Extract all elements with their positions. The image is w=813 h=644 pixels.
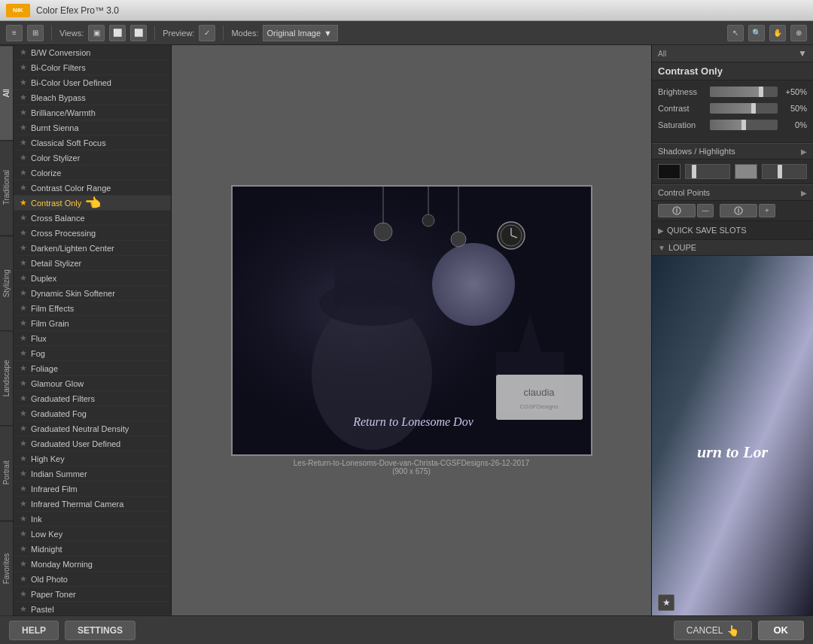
contrast-thumb[interactable] [751,103,756,114]
filter-item-23[interactable]: ★Graduated Filters [14,391,171,406]
cp-minus-btn[interactable]: — [697,204,714,217]
svg-point-10 [451,232,466,247]
view-split-h[interactable]: ⬜ [109,25,126,41]
cp-add-btn-2[interactable] [720,204,757,217]
filter-item-12[interactable]: ★Cross Processing [14,226,171,241]
filter-name-9: Contrast Color Range [31,184,111,193]
filter-name-25: Graduated Neutral Density [31,424,129,433]
filter-item-9[interactable]: ★Contrast Color Range [14,181,171,196]
settings-button[interactable]: SETTINGS [65,621,136,640]
cp-plus-btn[interactable]: + [759,204,775,217]
help-button[interactable]: HELP [9,621,59,640]
preview-area: Return to Lonesome Dov claudia CGSFDesig… [172,45,651,615]
filter-item-17[interactable]: ★Film Effects [14,301,171,316]
ok-button[interactable]: OK [758,621,805,640]
tool-zoom[interactable]: 🔍 [748,25,765,41]
filter-item-21[interactable]: ★Foliage [14,361,171,376]
loupe-settings-btn[interactable]: ★ [658,594,674,611]
modes-dropdown[interactable]: Original Image ▼ [263,25,338,41]
filter-item-19[interactable]: ★Flux [14,331,171,346]
loupe-arrow[interactable]: ▼ [658,244,665,252]
cp-add-btn[interactable] [658,204,696,217]
filter-item-29[interactable]: ★Infrared Film [14,481,171,497]
filter-item-3[interactable]: ★Bleach Bypass [14,90,171,105]
filter-item-13[interactable]: ★Darken/Lighten Center [14,241,171,256]
filter-item-32[interactable]: ★Low Key [14,527,171,542]
filter-item-0[interactable]: ★B/W Conversion [14,45,171,60]
cancel-button[interactable]: CANCEL 👆 [674,621,752,640]
vtab-stylizing[interactable]: Stylizing [0,235,13,330]
filter-star-14: ★ [20,258,27,268]
filter-item-31[interactable]: ★Ink [14,512,171,527]
filter-star-9: ★ [20,183,27,193]
preview-image[interactable]: Return to Lonesome Dov claudia CGSFDesig… [231,185,592,456]
panel-collapse-arrow[interactable]: ▼ [798,48,807,59]
modes-arrow: ▼ [324,29,332,38]
filter-item-26[interactable]: ★Graduated User Defined [14,436,171,451]
category-label: All [658,50,666,58]
vtab-traditional[interactable]: Traditional [0,140,13,235]
saturation-thumb[interactable] [741,120,746,130]
filter-item-1[interactable]: ★Bi-Color Filters [14,60,171,75]
filter-item-20[interactable]: ★Fog [14,346,171,361]
shadow-slider[interactable] [685,164,730,179]
highlight-thumb[interactable] [778,165,782,178]
filter-item-24[interactable]: ★Graduated Fog [14,406,171,421]
toolbar-btn-2[interactable]: ⊞ [27,25,44,41]
filter-item-33[interactable]: ★Midnight [14,542,171,557]
shadows-header[interactable]: Shadows / Highlights ▶ [652,143,813,159]
filter-star-6: ★ [20,138,27,147]
filter-star-3: ★ [20,93,27,102]
filter-item-11[interactable]: ★Cross Balance [14,211,171,226]
filter-item-14[interactable]: ★Detail Stylizer [14,256,171,271]
filter-name-34: Monday Morning [31,560,93,569]
quick-save-section[interactable]: ▶ QUICK SAVE SLOTS [652,221,813,240]
shadows-arrow[interactable]: ▶ [801,147,807,156]
filter-item-18[interactable]: ★Film Grain [14,316,171,331]
filter-item-28[interactable]: ★Indian Summer [14,466,171,481]
contrast-slider[interactable] [710,103,778,114]
filter-name-28: Indian Summer [31,469,87,478]
brightness-thumb[interactable] [759,87,763,97]
filter-item-16[interactable]: ★Dynamic Skin Softener [14,286,171,301]
filter-item-35[interactable]: ★Old Photo [14,572,171,587]
tool-pointer[interactable]: ↖ [727,25,744,41]
cp-add-icon-2 [733,205,744,216]
view-single[interactable]: ▣ [88,25,105,41]
bottom-bar: HELP SETTINGS CANCEL 👆 OK [0,615,813,644]
filter-item-7[interactable]: ★Color Stylizer [14,150,171,166]
filter-item-27[interactable]: ★High Key [14,451,171,466]
controlpoints-arrow[interactable]: ▶ [801,189,807,197]
highlight-slider[interactable] [762,164,807,179]
vtab-portrait[interactable]: Portrait [0,425,13,520]
vtab-all[interactable]: All [0,45,13,140]
filter-item-8[interactable]: ★Colorize [14,166,171,181]
view-split-v[interactable]: ⬜ [130,25,147,41]
filter-item-25[interactable]: ★Graduated Neutral Density [14,421,171,436]
toolbar-btn-1[interactable]: ≡ [6,25,23,41]
filter-item-2[interactable]: ★Bi-Color User Defined [14,75,171,90]
filter-item-5[interactable]: ★Burnt Sienna [14,120,171,135]
filter-name-36: Paper Toner [31,590,76,599]
filter-item-22[interactable]: ★Glamour Glow [14,376,171,391]
filter-item-36[interactable]: ★Paper Toner [14,587,171,602]
vtab-landscape[interactable]: Landscape [0,330,13,425]
filter-star-32: ★ [20,529,27,539]
shadow-thumb[interactable] [692,165,696,178]
saturation-slider[interactable] [710,120,778,130]
vtab-favorites[interactable]: Favorites [0,521,13,615]
filter-item-37[interactable]: ★Pastel [14,602,171,615]
filter-item-4[interactable]: ★Brilliance/Warmth [14,105,171,120]
filter-item-30[interactable]: ★Infrared Thermal Camera [14,497,171,512]
highlight-light-box[interactable] [735,164,757,179]
preview-toggle[interactable]: ✓ [199,25,215,41]
tool-extra[interactable]: ⊕ [790,25,807,41]
filter-item-10[interactable]: ★Contrast Only👈 [14,196,171,211]
filter-item-6[interactable]: ★Classical Soft Focus [14,135,171,150]
filter-star-15: ★ [20,273,27,283]
filter-item-34[interactable]: ★Monday Morning [14,557,171,572]
tool-pan[interactable]: ✋ [769,25,786,41]
shadow-dark-box[interactable] [658,164,681,179]
brightness-slider[interactable] [710,87,778,97]
filter-item-15[interactable]: ★Duplex [14,271,171,286]
